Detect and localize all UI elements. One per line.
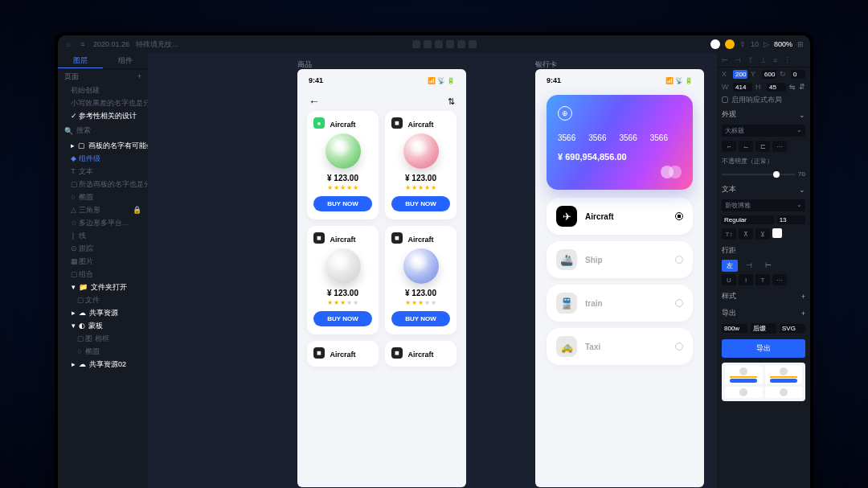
underline-btn[interactable]: U [722, 274, 736, 285]
layer-selected[interactable]: ▸▢画板的名字有可能会很长的... [58, 139, 148, 152]
x-input[interactable]: 200 [733, 70, 747, 79]
layer-item[interactable]: ◆组件级 [58, 152, 148, 165]
folder-item[interactable]: ▸☁共享资源02 [58, 358, 148, 371]
corner-btn[interactable]: ⋯ [772, 141, 787, 152]
checkbox[interactable] [722, 96, 728, 103]
corner-btn[interactable]: ⌙ [739, 141, 753, 152]
transport-item-train[interactable]: 🚆 train [547, 285, 693, 322]
page-item[interactable]: 小写效果差的名字也是分有限... [58, 96, 148, 109]
page-item[interactable]: 初始创建 [58, 84, 148, 96]
layer-item[interactable]: T文本 [58, 165, 148, 178]
opacity-value[interactable]: 70 [798, 170, 805, 178]
layer-item[interactable]: ▢组合 [58, 268, 148, 281]
export-width[interactable]: 800w [722, 324, 747, 333]
appearance-section[interactable]: 外观⌄ [717, 106, 810, 123]
y-input[interactable]: 600 [762, 70, 776, 79]
buy-button[interactable]: BUY NOW [313, 311, 372, 326]
style-section[interactable]: 样式+ [717, 288, 810, 305]
folder-item[interactable]: ▾◐蒙板 [58, 319, 148, 332]
opacity-slider[interactable] [722, 174, 795, 175]
menu-icon[interactable]: ≡ [79, 40, 87, 48]
tool-shape-icon[interactable] [424, 40, 432, 48]
play-icon[interactable]: ▷ [764, 40, 769, 48]
align-center-btn[interactable]: ⊣ [741, 260, 757, 271]
tab-layers[interactable]: 图层 [58, 53, 103, 68]
export-button[interactable]: 导出 [722, 339, 805, 358]
export-suffix[interactable]: 后缀 [751, 323, 776, 334]
home-icon[interactable]: ⌂ [64, 40, 72, 48]
filter-icon[interactable]: ⇅ [448, 96, 455, 107]
folder-item[interactable]: ▾📁文件夹打开 [58, 281, 148, 293]
page-item-active[interactable]: ✓参考性相关的设计 [58, 109, 148, 122]
weight-select[interactable]: Regular [722, 215, 774, 224]
buy-button[interactable]: BUY NOW [391, 311, 450, 326]
size-input[interactable]: 13 [777, 215, 805, 224]
corner-btn[interactable]: ⌐ [722, 141, 736, 152]
text-section[interactable]: 文本⌄ [717, 181, 810, 198]
layer-item[interactable]: ▢所选画板的名字也是分... [58, 178, 148, 191]
align-btn[interactable]: T↕ [722, 228, 736, 240]
align-right-icon[interactable]: ⊤ [747, 56, 754, 64]
fill-select[interactable]: 大标题⌄ [722, 125, 805, 137]
w-input[interactable]: 414 [733, 83, 752, 92]
radio[interactable] [675, 299, 683, 307]
fill-tab[interactable]: 左 [722, 260, 738, 272]
align-btn[interactable]: ⊼ [739, 228, 753, 240]
radio[interactable] [675, 256, 683, 264]
flip-h-icon[interactable]: ⇋ [789, 83, 796, 91]
product-card[interactable]: ● Aircraft ¥ 123.00 ★★★★★ BUY NOW [307, 111, 379, 219]
align-center-icon[interactable]: ⊣ [735, 56, 741, 64]
flip-v-icon[interactable]: ⇵ [799, 83, 805, 91]
align-btn[interactable]: ⊻ [755, 228, 770, 240]
credit-card[interactable]: ⊕ 3566356635663566 ¥ 690,954,856.00 [547, 95, 693, 190]
artboard-products[interactable]: 9:41 📶📡🔋 ← ⇅ ● Aircraft ¥ 123.00 ★★★★★ B… [297, 69, 466, 487]
expand-icon[interactable]: ⊞ [797, 40, 804, 48]
zoom-level[interactable]: 800% [774, 40, 792, 48]
buy-button[interactable]: BUY NOW [391, 196, 450, 211]
folder-child[interactable]: ▢文件 [58, 293, 148, 306]
radio[interactable] [675, 342, 683, 351]
export-format[interactable]: SVG [780, 324, 805, 333]
share-icon[interactable]: ⇪ [739, 40, 746, 48]
font-select[interactable]: 新牧博雅⌄ [722, 199, 805, 211]
align-top-icon[interactable]: ⊥ [760, 56, 767, 64]
avatar-2[interactable] [725, 39, 735, 49]
corner-btn[interactable]: ⊏ [755, 141, 770, 152]
artboard-bankcard[interactable]: 9:41 📶📡🔋 ⊕ 3566356635663566 ¥ 690,954,85… [535, 69, 704, 487]
responsive-row[interactable]: 启用响应式布局 [717, 93, 810, 106]
tool-more-icon[interactable] [469, 40, 477, 48]
layer-item[interactable]: △三角形🔒 [58, 203, 148, 216]
product-card[interactable]: ◼ Aircraft [307, 341, 379, 367]
r-input[interactable]: 0 [791, 70, 805, 79]
export-section[interactable]: 导出+ [717, 305, 810, 322]
layer-item[interactable]: ⊙跟踪 [58, 242, 148, 255]
layer-item[interactable]: ○椭圆 [58, 191, 148, 203]
border-section[interactable]: 行距 [717, 242, 810, 259]
transport-item-taxi[interactable]: 🚕 Taxi [547, 328, 693, 365]
product-card[interactable]: ◼ Aircraft [385, 341, 457, 367]
add-page-icon[interactable]: + [137, 72, 141, 80]
product-card[interactable]: ◼ Aircraft ¥ 123.00 ★★★★★ BUY NOW [307, 226, 379, 334]
tab-components[interactable]: 组件 [103, 53, 148, 68]
back-icon[interactable]: ← [309, 95, 320, 108]
tool-add-icon[interactable] [412, 40, 420, 48]
layer-item[interactable]: ▦图片 [58, 255, 148, 268]
text-color-swatch[interactable] [772, 228, 782, 238]
folder-child[interactable]: ○椭圆 [58, 345, 148, 358]
strike-btn[interactable]: T [755, 274, 770, 285]
folder-item[interactable]: ▸☁共享资源 [58, 306, 148, 319]
align-right-btn[interactable]: ⊢ [760, 260, 776, 271]
avatar-1[interactable] [710, 39, 720, 49]
canvas[interactable]: 商品 银行卡 9:41 📶📡🔋 ← ⇅ ● Aircraft ¥ 123.00 … [148, 53, 717, 488]
tool-diamond-icon[interactable] [435, 40, 443, 48]
layer-item[interactable]: |线 [58, 229, 148, 242]
more-align-icon[interactable]: ⋮ [784, 56, 791, 64]
folder-child[interactable]: ▢图 相框 [58, 332, 148, 345]
tool-contrast-icon[interactable] [446, 40, 454, 48]
layer-item[interactable]: ☆多边形多平台... [58, 216, 148, 229]
add-icon[interactable]: + [801, 293, 805, 301]
h-input[interactable]: 45 [767, 83, 786, 92]
product-card[interactable]: ◼ Aircraft ¥ 123.00 ★★★★★ BUY NOW [385, 226, 457, 334]
transport-item-ship[interactable]: 🚢 Ship [547, 241, 693, 278]
layer-search[interactable]: 🔍搜索 [58, 122, 148, 139]
